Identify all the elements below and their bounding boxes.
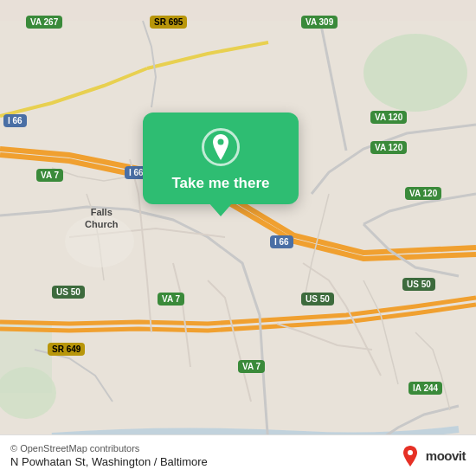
- badge-us50-sw: US 50: [52, 286, 85, 299]
- map-container: VA 267 SR 695 VA 309 I 66 VA 7 I 66 VA 1…: [0, 0, 476, 476]
- badge-va244: IA 244: [408, 382, 442, 395]
- map-background: [0, 0, 476, 476]
- tooltip-card[interactable]: Take me there: [143, 113, 299, 204]
- take-me-there-button[interactable]: Take me there: [171, 175, 269, 192]
- badge-va120-upper: VA 120: [370, 111, 407, 124]
- badge-va120-lower: VA 120: [405, 187, 441, 200]
- badge-va120-mid: VA 120: [370, 141, 407, 154]
- moovit-text: moovit: [426, 448, 466, 463]
- svg-point-6: [408, 450, 413, 455]
- badge-va7-west: VA 7: [36, 169, 63, 182]
- pin-icon-wrapper: [202, 128, 240, 166]
- svg-point-1: [363, 34, 467, 112]
- moovit-logo: moovit: [398, 444, 466, 468]
- badge-va7-south: VA 7: [158, 293, 184, 306]
- location-pin-icon: [209, 134, 232, 160]
- svg-point-5: [218, 139, 224, 145]
- moovit-icon: [398, 444, 422, 468]
- badge-va7-sw: VA 7: [238, 360, 265, 373]
- badge-i66-left: I 66: [3, 114, 27, 127]
- svg-rect-3: [0, 324, 52, 393]
- badge-sr695: SR 695: [150, 16, 187, 29]
- svg-point-4: [65, 215, 134, 267]
- badge-i66-east: I 66: [270, 235, 293, 248]
- badge-va309: VA 309: [301, 16, 338, 29]
- badge-sr649: SR 649: [48, 343, 85, 356]
- bottom-bar: © OpenStreetMap contributors N Powhatan …: [0, 434, 476, 476]
- location-label: N Powhatan St, Washington / Baltimore: [10, 455, 208, 468]
- badge-us50-east: US 50: [402, 278, 435, 291]
- badge-va267: VA 267: [26, 16, 62, 29]
- badge-us50-center: US 50: [301, 293, 334, 306]
- attribution-text: © OpenStreetMap contributors: [10, 443, 208, 453]
